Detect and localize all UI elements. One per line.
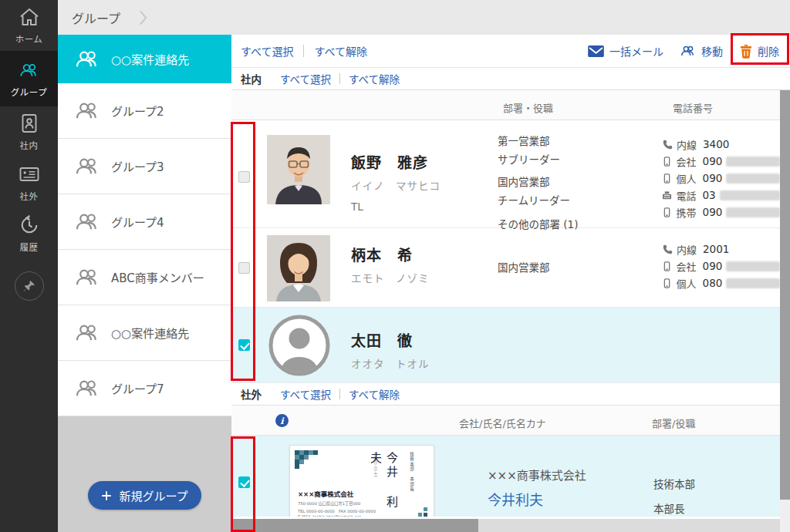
new-group-button[interactable]: 新規グループ — [88, 481, 201, 510]
row-checkbox[interactable] — [238, 262, 250, 274]
vertical-scrollbar[interactable] — [780, 90, 790, 532]
app-nav: ホーム グループ 社内 社外 履歴 — [0, 0, 58, 532]
vertical-scrollbar-thumb[interactable] — [780, 90, 790, 500]
group-item[interactable]: ○○案件連絡先 — [58, 305, 231, 361]
breadcrumb-group[interactable]: グループ — [72, 8, 120, 27]
row-checkbox-checked[interactable] — [238, 476, 250, 488]
group-item[interactable]: グループ2 — [58, 83, 231, 139]
select-all-button[interactable]: すべて選択 — [241, 43, 293, 59]
masked-number — [726, 278, 780, 288]
business-card-icon — [19, 164, 39, 184]
nav-item-history[interactable]: 履歴 — [0, 208, 58, 259]
name-cell: 柄本 希 エモト ノゾミ — [341, 228, 498, 307]
group-item[interactable]: グループ7 — [58, 361, 231, 416]
fax-icon — [662, 190, 672, 200]
nav-item-groups[interactable]: グループ — [0, 51, 58, 106]
row-checkbox[interactable] — [238, 171, 250, 183]
phone-line: 携帯 090 — [662, 204, 780, 221]
phone-cell: 内線 3400 会社 090 個人 090 電話 — [662, 120, 780, 234]
dept-cell: 第一営業部 サブリーダー 国内営業部 チームリーダー その他の部署 (1) — [498, 120, 662, 234]
external-section-bar: 社外 すべて選択 すべて解除 — [231, 383, 790, 406]
nav-item-external[interactable]: 社外 — [0, 157, 58, 208]
move-people-icon — [680, 45, 696, 56]
phone-receiver-icon — [662, 140, 673, 150]
delete-button[interactable]: 削除 — [740, 43, 779, 59]
pin-icon — [23, 280, 35, 292]
card-checker-mini — [418, 505, 427, 517]
bulk-mail-button[interactable]: 一括メール — [588, 43, 663, 59]
card-email: E-MAIL toshio.imai@sample.org — [298, 514, 361, 517]
column-header-company: 会社/氏名/氏名カナ — [459, 416, 546, 430]
chevron-right-icon — [139, 9, 147, 26]
dept-cell: 技術本部 本部長 — [653, 436, 780, 517]
contact-name: 飯野 雅彦 — [351, 151, 498, 172]
internal-select-all[interactable]: すべて選択 — [280, 71, 331, 86]
checkbox-cell — [231, 436, 256, 517]
contact-list-panel: すべて選択 すべて解除 一括メール 移動 削除 社内 す — [231, 35, 790, 532]
group-icon — [75, 379, 100, 397]
contact-row-internal-2[interactable]: 柄本 希 エモト ノゾミ 国内営業部 内線 2001 会社 090 — [231, 228, 780, 308]
nav-item-home[interactable]: ホーム — [0, 0, 58, 51]
photo-cell — [256, 308, 341, 382]
contact-row-internal-1[interactable]: 飯野 雅彦 イイノ マサヒコ TL 第一営業部 サブリーダー 国内営業部 チーム… — [231, 120, 780, 228]
dept-cell: 国内営業部 — [498, 228, 662, 307]
contact-name: 太田 徹 — [351, 329, 498, 350]
business-card-image: TOKYO 03-43 今井 利夫 技術本部 本部長 ×××商事株式会社 750… — [289, 445, 434, 517]
address-book-icon — [19, 113, 39, 133]
phone-cell — [662, 308, 780, 382]
info-icon[interactable]: i — [275, 414, 289, 427]
masked-number — [726, 207, 780, 217]
history-icon — [19, 215, 39, 235]
external-select-all[interactable]: すべて選択 — [280, 386, 331, 402]
move-button[interactable]: 移動 — [680, 43, 723, 59]
dept-cell — [498, 308, 662, 382]
internal-section-bar: 社内 すべて選択 すべて解除 — [231, 68, 790, 90]
group-item[interactable]: ABC商事メンバー — [58, 250, 231, 305]
external-clear-all[interactable]: すべて解除 — [349, 386, 400, 402]
plus-icon — [101, 490, 112, 501]
row-checkbox-checked[interactable] — [238, 339, 250, 351]
mobile-icon — [662, 261, 673, 271]
card-address: 750-0000 山口県山口市1丁目000 — [298, 500, 360, 506]
card-tel: TEL 0000-00-0000 FAX 0000-00-0000 — [298, 508, 376, 513]
mobile-icon — [662, 278, 673, 288]
contact-row-external-1[interactable]: TOKYO 03-43 今井 利夫 技術本部 本部長 ×××商事株式会社 750… — [231, 436, 780, 517]
nav-item-internal[interactable]: 社内 — [0, 106, 58, 157]
groups-icon — [19, 60, 39, 80]
horizontal-scrollbar-thumb[interactable] — [231, 519, 478, 532]
phone-line: 会社 090 — [662, 258, 780, 274]
contact-kana: イマイトシオ — [488, 513, 653, 517]
card-cell: TOKYO 03-43 今井 利夫 技術本部 本部長 ×××商事株式会社 750… — [256, 436, 488, 517]
contact-name-link[interactable]: 今井利夫 — [488, 489, 653, 509]
card-company: ×××商事株式会社 — [298, 489, 353, 498]
contact-company: ×××商事株式会社 — [488, 466, 653, 483]
group-sidebar: ○○案件連絡先 グループ2 グループ3 グループ4 ABC商事メンバー ○○案件… — [58, 35, 231, 532]
column-header-dept: 部署・役職 — [503, 100, 553, 115]
group-item[interactable]: グループ3 — [58, 139, 231, 194]
contact-row-internal-3[interactable]: 太田 徹 オオタ トオル — [231, 308, 780, 383]
masked-number — [726, 173, 780, 184]
mobile-icon — [662, 173, 673, 184]
group-icon — [75, 50, 100, 68]
group-item-active[interactable]: ○○案件連絡先 — [58, 35, 231, 83]
internal-table-header: 部署・役職 電話番号 — [231, 90, 780, 120]
photo-cell — [256, 120, 341, 234]
horizontal-scrollbar[interactable] — [231, 519, 780, 532]
group-icon — [75, 324, 100, 342]
internal-section-title: 社内 — [241, 71, 262, 86]
phone-line: 会社 090 — [662, 153, 780, 170]
external-section-title: 社外 — [241, 386, 262, 402]
group-item[interactable]: グループ4 — [58, 194, 231, 250]
phone-cell: 内線 2001 会社 090 個人 080 — [662, 228, 780, 307]
clear-all-button[interactable]: すべて解除 — [314, 43, 366, 59]
pin-button[interactable] — [15, 271, 44, 301]
contact-kana: エモト ノゾミ — [351, 270, 498, 285]
phone-receiver-icon — [662, 244, 673, 254]
contact-photo — [267, 235, 330, 301]
breadcrumb: グループ — [58, 0, 790, 35]
name-cell: 太田 徹 オオタ トオル — [341, 308, 498, 382]
default-avatar — [268, 315, 330, 376]
contact-name: 柄本 希 — [351, 244, 498, 264]
internal-clear-all[interactable]: すべて解除 — [349, 71, 400, 86]
mail-icon — [588, 45, 604, 57]
